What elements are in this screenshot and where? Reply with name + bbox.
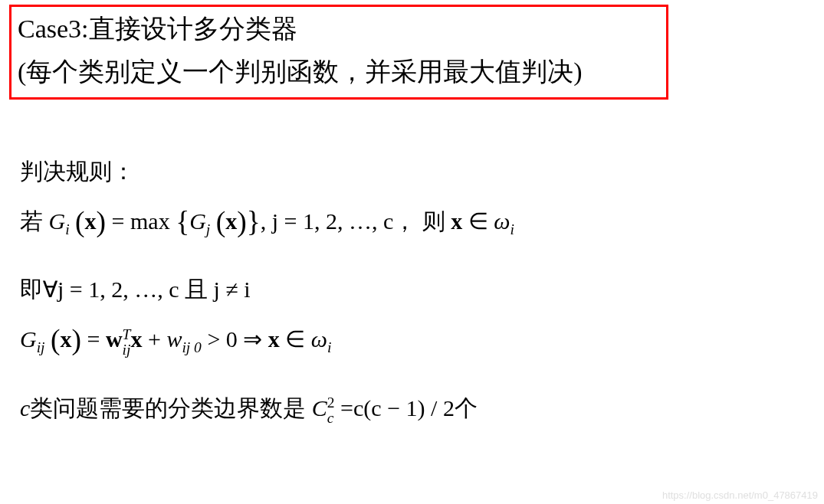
sub-ij2: ij — [123, 342, 131, 358]
c-prefix-var: c — [20, 395, 30, 421]
eq: = — [112, 208, 125, 234]
eq2: = — [87, 326, 100, 352]
sym-x2: x — [225, 208, 237, 234]
gt: > 0 — [207, 326, 237, 352]
sub-j: j — [206, 221, 210, 237]
in1: ∈ — [468, 208, 488, 234]
imply: ⇒ — [243, 326, 262, 352]
plus: + — [148, 326, 161, 352]
sub-i2: i — [510, 221, 514, 237]
sym-G: G — [49, 208, 66, 234]
rule-label: 判决规则： — [20, 149, 514, 193]
omega2: ω — [311, 326, 327, 352]
sup-2: 2 — [327, 394, 335, 411]
lparen3: ( — [51, 324, 61, 355]
boundary-line: c类问题需要的分类边界数是 C2c =c(c − 1) / 2个 — [20, 386, 514, 430]
header-line1: Case3:直接设计多分类器 — [18, 11, 660, 47]
sup-T: T — [123, 326, 131, 342]
sym-x4: x — [61, 326, 72, 352]
sub-ij: ij — [37, 339, 45, 355]
sym-x3: x — [451, 208, 462, 234]
forall-line: 即∀j = 1, 2, …, c 且 j ≠ i — [20, 267, 514, 311]
rule-then: 则 — [422, 208, 445, 234]
body-content: 判决规则： 若 Gi (x) = max {Gj (x)}, j = 1, 2,… — [20, 149, 514, 431]
rbrace: } — [247, 206, 261, 237]
rparen: ) — [97, 206, 107, 237]
header-line2: (每个类别定义一个判别函数，并采用最大值判决) — [18, 54, 660, 90]
sym-x: x — [85, 208, 97, 234]
sym-C: C — [312, 395, 327, 421]
rule-formula: 若 Gi (x) = max {Gj (x)}, j = 1, 2, …, c，… — [20, 195, 514, 249]
sub-i: i — [65, 221, 69, 237]
j-range: , j = 1, 2, …, c， — [261, 208, 417, 234]
rparen3: ) — [72, 324, 82, 355]
lbrace: { — [176, 206, 189, 237]
sym-x6: x — [268, 326, 280, 352]
boundary-prefix: 类问题需要的分类边界数是 — [30, 395, 306, 421]
lparen2: ( — [216, 206, 226, 237]
w-supsub: Tij — [123, 327, 131, 358]
rule-prefix: 若 — [20, 208, 43, 234]
sub-i3: i — [327, 339, 331, 355]
sym-x5: x — [130, 326, 142, 352]
in2: ∈ — [285, 326, 305, 352]
eq3: = — [340, 395, 353, 421]
gij-formula: Gij (x) = wTijx + wij 0 > 0 ⇒ x ∈ ωi — [20, 313, 514, 367]
sym-G2: G — [189, 208, 206, 234]
header-box: Case3:直接设计多分类器 (每个类别定义一个判别函数，并采用最大值判决) — [9, 5, 668, 100]
lparen: ( — [75, 206, 85, 237]
omega1: ω — [494, 208, 510, 234]
sym-G3: G — [20, 326, 37, 352]
sym-w: w — [106, 326, 123, 352]
boundary-suffix: 个 — [455, 395, 478, 421]
watermark: https://blog.csdn.net/m0_47867419 — [662, 489, 818, 501]
sub-c: c — [327, 410, 334, 426]
forall-text: 即∀j = 1, 2, …, c 且 j ≠ i — [20, 277, 251, 302]
C-supsub: 2c — [327, 395, 335, 427]
max: max — [130, 208, 170, 234]
sub-ij0: ij 0 — [182, 339, 201, 355]
rparen2: ) — [237, 206, 247, 237]
sym-w2: w — [166, 326, 182, 352]
rhs: c(c − 1) / 2 — [353, 395, 455, 421]
